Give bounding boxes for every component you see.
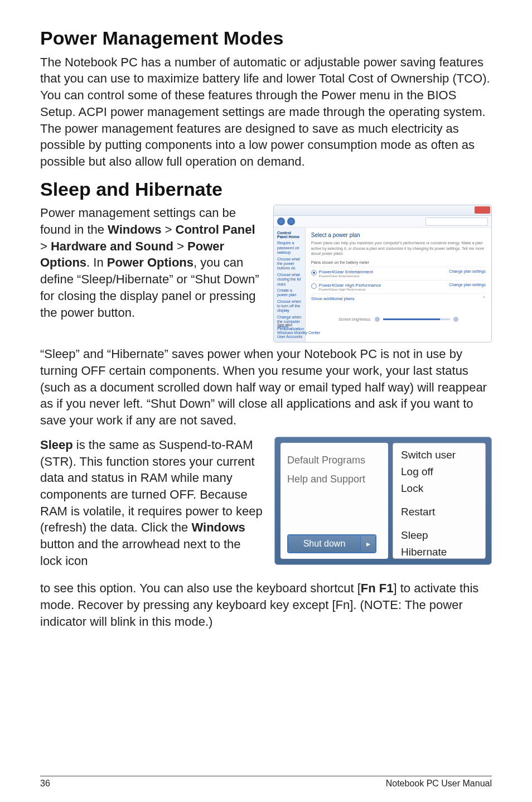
plan-sub: Power4Gear Entertainment bbox=[319, 274, 373, 278]
show-additional-row[interactable]: Show additional plans ⌃ bbox=[311, 293, 486, 303]
brightness-high-icon bbox=[453, 317, 458, 322]
paragraph-fn-f1: to see this option. You can also use the… bbox=[40, 580, 492, 630]
text: to see this option. You can also use the… bbox=[40, 581, 361, 595]
plan-name: Power4Gear High Performance bbox=[319, 283, 381, 288]
menu-item-restart[interactable]: Restart bbox=[401, 504, 477, 520]
start-menu-left-pane: Default Programs Help and Support Shut d… bbox=[280, 443, 388, 559]
text-power-options-2: Power Options bbox=[107, 255, 194, 269]
shutdown-arrow-icon[interactable]: ▸ bbox=[360, 535, 375, 552]
text-fn-f1: Fn F1 bbox=[361, 581, 394, 595]
sidebar-link[interactable]: Choose what closing the lid does bbox=[277, 273, 302, 287]
brightness-slider[interactable]: Screen brightness: bbox=[311, 317, 486, 322]
plans-header: Plans shown on the battery meter bbox=[311, 260, 486, 264]
text-windows-2: Windows bbox=[191, 520, 245, 534]
see-also-link[interactable]: Personalization bbox=[277, 327, 320, 331]
power-plan-row[interactable]: Power4Gear High Performance Power4Gear H… bbox=[311, 280, 486, 293]
start-menu-shutdown-flyout: Default Programs Help and Support Shut d… bbox=[274, 437, 492, 565]
search-input[interactable] bbox=[425, 218, 488, 226]
start-menu-item-default-programs[interactable]: Default Programs bbox=[287, 451, 381, 470]
see-also-link[interactable]: Windows Mobility Center bbox=[277, 331, 320, 335]
sidebar-link[interactable]: Create a power plan bbox=[277, 288, 302, 298]
window-nav-bar bbox=[274, 216, 491, 228]
forward-icon[interactable] bbox=[287, 218, 295, 225]
text: > bbox=[40, 239, 51, 253]
power-options-desc: Power plans can help you maximize your c… bbox=[311, 240, 486, 255]
menu-item-sleep[interactable]: Sleep bbox=[401, 527, 477, 544]
power-options-title: Select a power plan bbox=[311, 232, 486, 238]
plan-name: Power4Gear Entertainment bbox=[319, 269, 373, 274]
paragraph-sleep-str: Sleep is the same as Suspend-to-RAM (STR… bbox=[40, 437, 264, 569]
show-additional-link[interactable]: Show additional plans bbox=[311, 296, 355, 301]
menu-item-switch-user[interactable]: Switch user bbox=[401, 447, 477, 463]
power-options-window: Control Panel Home Require a password on… bbox=[273, 205, 492, 342]
brightness-low-icon bbox=[375, 317, 380, 322]
text-windows: Windows bbox=[108, 223, 161, 236]
footer-label: Notebook PC User Manual bbox=[386, 779, 492, 789]
change-plan-link[interactable]: Change plan settings bbox=[449, 283, 486, 287]
heading-sleep-hibernate: Sleep and Hibernate bbox=[40, 178, 492, 201]
power-plan-row[interactable]: Power4Gear Entertainment Power4Gear Ente… bbox=[311, 267, 486, 280]
paragraph-settings-location: Power management settings can be found i… bbox=[40, 205, 263, 321]
text-control-panel: Control Panel bbox=[176, 223, 255, 236]
paragraph-sleep-hibernate-desc: “Sleep” and “Hibernate” saves power when… bbox=[40, 346, 492, 428]
paragraph-power-management: The Notebook PC has a number of automati… bbox=[40, 54, 492, 170]
text: > bbox=[173, 239, 187, 253]
menu-item-hibernate[interactable]: Hibernate bbox=[401, 544, 477, 559]
menu-item-lock[interactable]: Lock bbox=[401, 480, 477, 497]
close-icon[interactable] bbox=[475, 206, 490, 214]
shutdown-flyout-menu: Switch user Log off Lock Restart Sleep H… bbox=[393, 443, 486, 559]
shutdown-button[interactable]: Shut down bbox=[288, 535, 360, 552]
page-number: 36 bbox=[40, 779, 50, 789]
text: button and the arrowhead next to the loc… bbox=[40, 537, 241, 568]
text: . In bbox=[86, 255, 107, 269]
sidebar-link[interactable]: Choose when to turn off the display bbox=[277, 299, 302, 313]
see-also-header: See also bbox=[277, 323, 320, 327]
brightness-label: Screen brightness: bbox=[338, 317, 371, 321]
menu-item-log-off[interactable]: Log off bbox=[401, 463, 477, 480]
heading-power-management: Power Management Modes bbox=[40, 27, 492, 50]
page-footer: 36 Notebook PC User Manual bbox=[40, 776, 492, 789]
text-sleep: Sleep bbox=[40, 438, 73, 452]
slider-track[interactable] bbox=[383, 318, 450, 320]
change-plan-link[interactable]: Change plan settings bbox=[449, 269, 486, 273]
expand-icon[interactable]: ⌃ bbox=[482, 296, 486, 301]
see-also-link[interactable]: User Accounts bbox=[277, 335, 320, 339]
text: > bbox=[161, 223, 175, 236]
plan-sub: Power4Gear High Performance bbox=[319, 288, 381, 291]
back-icon[interactable] bbox=[277, 218, 285, 225]
window-titlebar bbox=[274, 205, 491, 216]
radio-icon[interactable] bbox=[311, 283, 317, 289]
see-also-block: See also Personalization Windows Mobilit… bbox=[277, 323, 320, 339]
sidebar-link[interactable]: Require a password on wakeup bbox=[277, 241, 302, 255]
sidebar-header: Control Panel Home bbox=[277, 231, 302, 239]
power-options-main: Select a power plan Power plans can help… bbox=[306, 228, 491, 342]
radio-icon[interactable] bbox=[311, 270, 317, 276]
text-hardware-and-sound: Hardware and Sound bbox=[51, 239, 173, 253]
sidebar-link[interactable]: Choose what the power buttons do bbox=[277, 257, 302, 271]
shutdown-split-button[interactable]: Shut down ▸ bbox=[287, 534, 376, 553]
start-menu-item-help[interactable]: Help and Support bbox=[287, 470, 381, 489]
